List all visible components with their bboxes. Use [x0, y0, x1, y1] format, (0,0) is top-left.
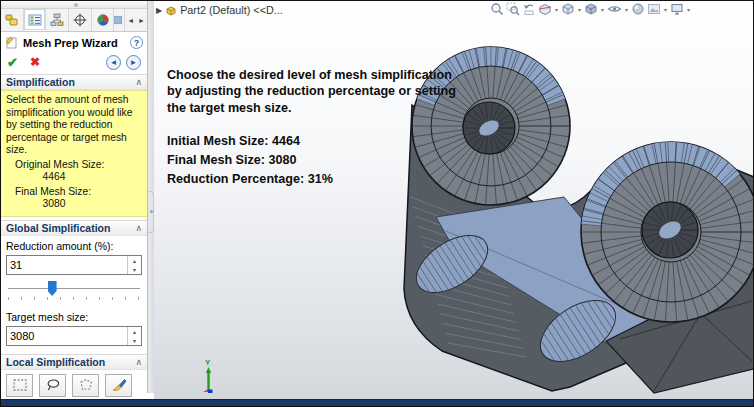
edit-appearance-icon[interactable] — [631, 2, 645, 16]
cancel-button[interactable]: ✖ — [30, 55, 101, 69]
back-button[interactable]: ◄ — [106, 55, 121, 70]
original-mesh-size-value: 4464 — [6, 171, 102, 184]
property-manager-header: Mesh Prep Wizard ? — [1, 34, 147, 51]
tab-scroll-right-button[interactable]: ► — [136, 9, 147, 31]
reduction-percentage-line: Reduction Percentage: 31% — [167, 170, 467, 189]
manager-tab-bar: ◄ ► — [1, 9, 147, 32]
origin-triad: Y — [196, 360, 226, 394]
tab-scroll-left-button[interactable]: ◄ — [125, 9, 136, 31]
spin-down-button[interactable]: ▾ — [128, 336, 141, 345]
previous-view-icon[interactable] — [522, 2, 536, 16]
headsup-view-toolbar: ▾ ▾ ▾ ▾ ▾ ▾ — [490, 2, 691, 16]
status-bar — [1, 399, 753, 406]
spin-up-button[interactable]: ▴ — [128, 256, 141, 265]
reduction-slider[interactable] — [8, 279, 140, 301]
panel-title: Mesh Prep Wizard — [23, 37, 130, 49]
slider-handle[interactable] — [48, 281, 57, 296]
displaymanager-icon — [96, 13, 110, 27]
part-icon — [165, 5, 177, 16]
view-settings-icon[interactable] — [670, 2, 684, 16]
target-mesh-size-input[interactable] — [7, 327, 127, 345]
apply-scene-icon[interactable] — [647, 2, 661, 16]
more-tab-icon — [114, 13, 124, 27]
solidworks-window: ◄ ► Mesh Prep Wizard ? ✔ ✖ ◄ ► Simplific… — [0, 0, 754, 407]
polygon-select-button[interactable] — [72, 374, 99, 397]
section-view-icon[interactable] — [538, 2, 552, 16]
section-title: Simplification — [6, 76, 135, 88]
panel-splitter-horizontal[interactable] — [1, 1, 147, 9]
featuremanager-tree-icon — [5, 13, 19, 27]
dropdown-caret-icon[interactable]: ▾ — [687, 6, 690, 13]
note-text: Select the amount of mesh simplification… — [6, 94, 142, 157]
hide-show-items-icon[interactable] — [607, 2, 622, 16]
chevron-up-icon: ∧ — [135, 357, 142, 367]
property-manager-actions: ✔ ✖ ◄ ► — [1, 53, 147, 71]
wizard-instructions: Choose the desired level of mesh simplif… — [167, 67, 467, 189]
flyout-feature-tree[interactable]: ▶ Part2 (Default) <<D... — [156, 4, 283, 16]
reduction-amount-input[interactable] — [7, 256, 127, 274]
view-orientation-icon[interactable] — [561, 2, 575, 16]
lasso-select-icon — [45, 378, 61, 392]
instructions-paragraph: Choose the desired level of mesh simplif… — [167, 67, 467, 116]
slider-track — [8, 288, 140, 289]
model-right-lobe — [581, 142, 754, 322]
graphics-viewport[interactable]: ▶ Part2 (Default) <<D... ▾ — [154, 1, 754, 400]
mesh-statistics: Initial Mesh Size: 4464 Final Mesh Size:… — [167, 132, 467, 189]
help-button[interactable]: ? — [130, 36, 143, 49]
box-select-icon — [12, 378, 28, 392]
tab-dimxpertmanager[interactable] — [69, 9, 92, 31]
configurationmanager-icon — [50, 13, 64, 27]
chevron-up-icon: ∧ — [135, 77, 142, 87]
tab-propertymanager[interactable] — [24, 9, 47, 31]
reduction-amount-spinbox: ▴ ▾ — [6, 255, 142, 275]
lasso-select-button[interactable] — [39, 374, 66, 397]
tree-part-label[interactable]: Part2 (Default) <<D... — [180, 4, 283, 16]
section-header-global-simplification[interactable]: Global Simplification ∧ — [1, 220, 147, 236]
target-spin-arrows: ▴ ▾ — [127, 327, 141, 345]
dropdown-caret-icon[interactable]: ▾ — [555, 6, 558, 13]
dropdown-caret-icon[interactable]: ▾ — [664, 6, 667, 13]
section-title: Local Simplification — [6, 356, 135, 368]
dropdown-caret-icon[interactable]: ▾ — [625, 6, 628, 13]
propertymanager-icon — [28, 13, 42, 27]
slider-ticks — [8, 297, 140, 300]
display-style-icon[interactable] — [584, 2, 598, 16]
simplification-note: Select the amount of mesh simplification… — [1, 90, 147, 217]
reduction-spin-arrows: ▴ ▾ — [127, 256, 141, 274]
reduction-amount-label: Reduction amount (%): — [1, 236, 147, 254]
tree-expand-icon[interactable]: ▶ — [156, 6, 162, 15]
mesh-model[interactable] — [154, 1, 754, 400]
dimxpertmanager-icon — [73, 13, 87, 27]
chevron-up-icon: ∧ — [135, 223, 142, 233]
final-mesh-size-label: Final Mesh Size: — [6, 186, 142, 199]
section-header-local-simplification[interactable]: Local Simplification ∧ — [1, 354, 147, 370]
tab-more-tabs[interactable] — [114, 9, 125, 31]
ok-button[interactable]: ✔ — [7, 55, 18, 70]
tab-featuremanager-design-tree[interactable] — [1, 9, 24, 31]
tab-displaymanager[interactable] — [92, 9, 115, 31]
final-mesh-size-value: 3080 — [6, 198, 102, 211]
box-select-button[interactable] — [6, 374, 33, 397]
next-button[interactable]: ► — [126, 55, 141, 70]
zoom-to-area-icon[interactable] — [506, 2, 520, 16]
tab-configurationmanager[interactable] — [46, 9, 69, 31]
brush-select-icon — [111, 378, 127, 392]
brush-select-button[interactable] — [105, 374, 132, 397]
mesh-prep-wizard-icon — [5, 36, 19, 49]
spin-down-button[interactable]: ▾ — [128, 265, 141, 274]
section-title: Global Simplification — [6, 222, 135, 234]
triad-x-axis — [203, 389, 208, 392]
zoom-to-fit-icon[interactable] — [490, 2, 504, 16]
target-mesh-size-spinbox: ▴ ▾ — [6, 326, 142, 346]
polygon-select-icon — [78, 378, 94, 392]
original-mesh-size-label: Original Mesh Size: — [6, 159, 142, 172]
final-mesh-size-line: Final Mesh Size: 3080 — [167, 151, 467, 170]
initial-mesh-size-line: Initial Mesh Size: 4464 — [167, 132, 467, 151]
target-mesh-size-label: Target mesh size: — [1, 307, 147, 325]
spin-up-button[interactable]: ▴ — [128, 327, 141, 336]
section-header-simplification[interactable]: Simplification ∧ — [1, 74, 147, 90]
dropdown-caret-icon[interactable]: ▾ — [578, 6, 581, 13]
dropdown-caret-icon[interactable]: ▾ — [601, 6, 604, 13]
property-manager-panel: ◄ ► Mesh Prep Wizard ? ✔ ✖ ◄ ► Simplific… — [1, 1, 148, 393]
local-selection-tools — [1, 370, 147, 399]
